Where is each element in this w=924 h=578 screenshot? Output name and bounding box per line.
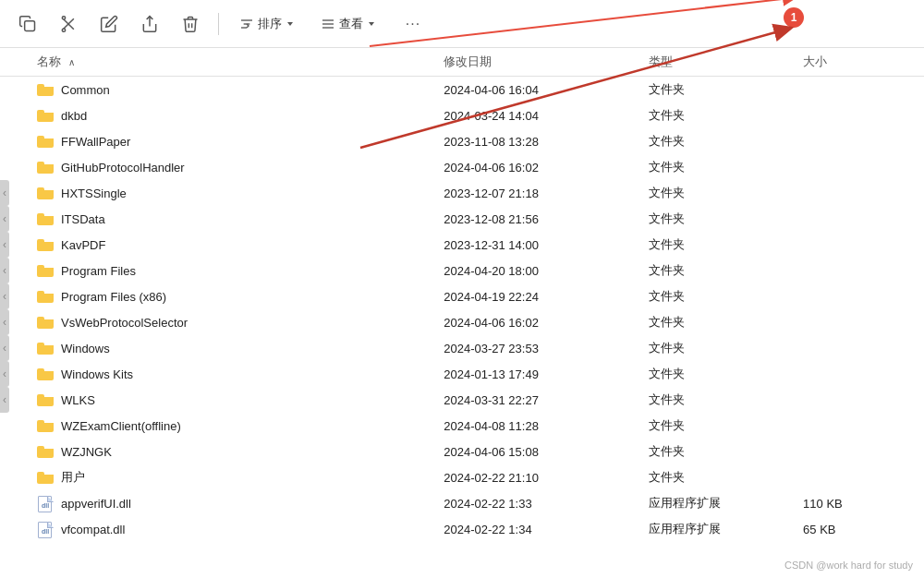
file-list-container[interactable]: 名称 ∧ 修改日期 类型 大小 Common2024-04-06 16:04文件…	[0, 48, 924, 578]
folder-icon	[37, 419, 54, 432]
table-row[interactable]: dllvfcompat.dll2024-02-22 1:34应用程序扩展65 K…	[0, 516, 924, 542]
folder-icon	[37, 83, 54, 96]
collapse-handle[interactable]	[0, 283, 9, 309]
file-size	[796, 232, 924, 258]
file-name: Program Files	[61, 264, 136, 278]
file-date: 2023-12-31 14:00	[436, 232, 641, 258]
file-type: 文件夹	[641, 309, 796, 335]
file-size	[796, 361, 924, 387]
toolbar: 排序 查看 ···	[0, 0, 924, 48]
svg-rect-0	[25, 20, 35, 30]
file-name: FFWallPaper	[61, 135, 130, 149]
file-name: VsWebProtocolSelector	[61, 316, 188, 330]
sort-indicator: ∧	[68, 57, 75, 67]
file-size	[796, 413, 924, 439]
folder-icon	[37, 290, 54, 303]
table-row[interactable]: WZJNGK2024-04-06 15:08文件夹	[0, 439, 924, 464]
file-type: 文件夹	[641, 206, 796, 232]
table-row[interactable]: FFWallPaper2023-11-08 13:28文件夹	[0, 128, 924, 154]
file-type: 文件夹	[641, 361, 796, 387]
file-date: 2023-12-07 21:18	[436, 180, 641, 206]
col-name-header[interactable]: 名称 ∧	[0, 48, 436, 77]
dll-icon: dll	[37, 522, 54, 536]
table-row[interactable]: KavPDF2023-12-31 14:00文件夹	[0, 232, 924, 258]
file-type: 文件夹	[641, 335, 796, 361]
view-button[interactable]: 查看	[311, 11, 385, 37]
folder-icon	[37, 161, 54, 174]
file-date: 2024-03-27 23:53	[436, 335, 641, 361]
folder-icon	[37, 109, 54, 122]
file-type: 文件夹	[641, 283, 796, 309]
watermark: CSDN @work hard for study	[784, 560, 913, 571]
table-row[interactable]: dllappverifUI.dll2024-02-22 1:33应用程序扩展11…	[0, 490, 924, 516]
table-row[interactable]: HXTSSingle2023-12-07 21:18文件夹	[0, 180, 924, 206]
folder-icon	[37, 238, 54, 251]
table-row[interactable]: Windows Kits2024-01-13 17:49文件夹	[0, 361, 924, 387]
sort-label: 排序	[258, 16, 282, 32]
table-row[interactable]: Program Files (x86)2024-04-19 22:24文件夹	[0, 283, 924, 309]
collapse-handle[interactable]	[0, 309, 9, 335]
name-cell: Program Files	[37, 264, 136, 278]
name-cell: Windows	[37, 342, 110, 355]
file-size	[796, 387, 924, 413]
table-row[interactable]: WZExamClient(offline)2024-04-08 11:28文件夹	[0, 413, 924, 439]
table-row[interactable]: WLKS2024-03-31 22:27文件夹	[0, 387, 924, 413]
rename-button[interactable]	[92, 7, 126, 41]
col-type-header[interactable]: 类型	[641, 48, 796, 77]
collapse-handle[interactable]	[0, 387, 9, 413]
file-type: 文件夹	[641, 102, 796, 128]
file-size	[796, 283, 924, 309]
file-type: 文件夹	[641, 232, 796, 258]
collapse-handle[interactable]	[0, 232, 9, 258]
col-size-header[interactable]: 大小	[796, 48, 924, 77]
file-date: 2024-02-22 1:33	[436, 490, 641, 516]
table-row[interactable]: VsWebProtocolSelector2024-04-06 16:02文件夹	[0, 309, 924, 335]
more-icon: ···	[406, 16, 420, 32]
sort-button[interactable]: 排序	[230, 11, 304, 37]
file-type: 文件夹	[641, 128, 796, 154]
file-date: 2024-04-08 11:28	[436, 413, 641, 439]
file-size	[796, 180, 924, 206]
file-type: 文件夹	[641, 439, 796, 464]
svg-point-1	[62, 29, 65, 31]
collapse-handle[interactable]	[0, 258, 9, 283]
file-name: Windows Kits	[61, 367, 133, 381]
collapse-handle[interactable]	[0, 206, 9, 232]
name-cell: Common	[37, 83, 110, 97]
folder-icon	[37, 445, 54, 458]
file-type: 文件夹	[641, 413, 796, 439]
collapse-handle[interactable]	[0, 335, 9, 361]
file-date: 2023-11-08 13:28	[436, 128, 641, 154]
file-name: KavPDF	[61, 238, 105, 252]
delete-button[interactable]	[174, 7, 207, 41]
file-name: Windows	[61, 342, 110, 355]
file-name: vfcompat.dll	[61, 523, 125, 536]
table-row[interactable]: Windows2024-03-27 23:53文件夹	[0, 335, 924, 361]
share-button[interactable]	[133, 7, 166, 41]
file-type: 文件夹	[641, 180, 796, 206]
folder-icon	[37, 187, 54, 199]
cut-button[interactable]	[52, 7, 85, 41]
table-row[interactable]: Program Files2024-04-20 18:00文件夹	[0, 258, 924, 283]
table-row[interactable]: dkbd2024-03-24 14:04文件夹	[0, 102, 924, 128]
table-row[interactable]: Common2024-04-06 16:04文件夹	[0, 77, 924, 103]
file-name: WZJNGK	[61, 445, 112, 459]
collapse-handle[interactable]	[0, 180, 9, 206]
file-date: 2024-04-06 15:08	[436, 439, 641, 464]
file-type: 文件夹	[641, 154, 796, 180]
file-date: 2024-03-31 22:27	[436, 387, 641, 413]
table-row[interactable]: ITSData2023-12-08 21:56文件夹	[0, 206, 924, 232]
copy-button[interactable]	[11, 7, 44, 41]
collapse-handle[interactable]	[0, 361, 9, 387]
more-button[interactable]: ···	[396, 7, 430, 41]
folder-icon	[37, 264, 54, 277]
name-cell: 用户	[37, 469, 85, 486]
file-type: 文件夹	[641, 464, 796, 490]
name-cell: GitHubProtocolHandler	[37, 161, 185, 175]
folder-icon	[37, 342, 54, 355]
table-row[interactable]: GitHubProtocolHandler2024-04-06 16:02文件夹	[0, 154, 924, 180]
name-cell: FFWallPaper	[37, 135, 130, 149]
col-date-header[interactable]: 修改日期	[436, 48, 641, 77]
file-size	[796, 128, 924, 154]
table-row[interactable]: 用户2024-02-22 21:10文件夹	[0, 464, 924, 490]
